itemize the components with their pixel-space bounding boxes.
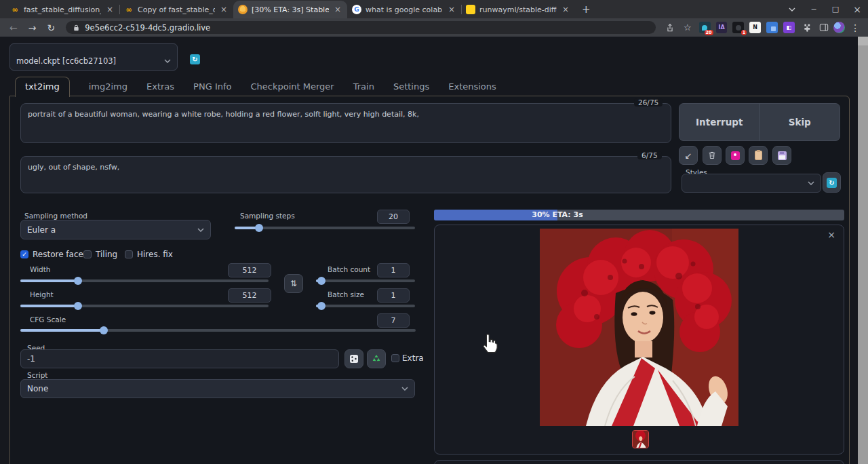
sampling-method-dropdown[interactable]: Euler a (20, 220, 211, 239)
address-bar[interactable]: 9e5e6cc2-c519-4dc5.gradio.live (66, 21, 656, 34)
prompt-input[interactable]: portrait of a beautiful woman, wearing a… (20, 103, 671, 143)
refresh-icon: ↻ (827, 178, 837, 188)
photos-extension-icon[interactable] (766, 22, 778, 33)
browser-tab-google[interactable]: G what is google colab - Google × (347, 1, 461, 18)
new-tab-button[interactable]: + (582, 3, 591, 16)
save-style-button[interactable] (772, 146, 791, 165)
pin-extension-icon[interactable]: 20 (699, 22, 711, 33)
batch-size-value[interactable]: 1 (377, 288, 410, 303)
tab-img2img[interactable]: img2img (89, 81, 127, 96)
paste-arrow-icon: ↙ (685, 151, 692, 161)
reload-icon[interactable]: ↻ (43, 22, 60, 33)
tiling-checkbox[interactable] (83, 250, 92, 258)
clipboard-icon (755, 151, 762, 160)
slider-thumb[interactable] (317, 302, 326, 310)
batch-size-label: Batch size (328, 290, 364, 298)
restore-faces-checkbox[interactable]: ✓ (20, 250, 28, 258)
slider-thumb[interactable] (74, 277, 82, 285)
seed-input[interactable]: -1 (20, 349, 339, 368)
tab-checkpoint-merger[interactable]: Checkpoint Merger (250, 81, 334, 96)
browser-tab-stable-diffusion[interactable]: [30% ETA: 3s] Stable Diffusion × (233, 1, 347, 18)
height-slider[interactable] (20, 305, 269, 307)
cfg-scale-value[interactable]: 7 (377, 313, 410, 328)
minimize-button[interactable]: ─ (803, 0, 825, 18)
apply-style-button[interactable] (749, 146, 768, 165)
gallery-thumbnail[interactable] (632, 430, 649, 448)
tab-extras[interactable]: Extras (146, 81, 174, 96)
more-menu-icon[interactable]: ⋮ (848, 22, 863, 33)
width-value[interactable]: 512 (228, 263, 271, 277)
hires-fix-checkbox[interactable] (125, 250, 133, 258)
reuse-seed-button[interactable] (367, 349, 386, 368)
styles-dropdown[interactable] (682, 174, 821, 193)
batch-size-slider[interactable] (316, 305, 415, 307)
dice-icon (349, 354, 359, 364)
checkpoint-dropdown[interactable]: model.ckpt [cc6cb27103] (9, 43, 178, 71)
tab-close-icon[interactable]: × (561, 5, 570, 14)
interrupt-button[interactable]: Interrupt (679, 117, 760, 128)
tab-close-icon[interactable]: × (333, 5, 342, 14)
notion-extension-icon[interactable]: N (749, 22, 761, 33)
cfg-scale-slider[interactable] (20, 329, 416, 332)
office-extension-icon[interactable]: ◧ (783, 22, 795, 33)
sampling-steps-value[interactable]: 20 (377, 210, 410, 224)
bookmark-star-icon[interactable]: ☆ (680, 22, 695, 33)
gallery-close-icon[interactable]: × (827, 229, 835, 240)
tab-train[interactable]: Train (353, 81, 374, 96)
browser-tab-huggingface[interactable]: runwayml/stable-diffusion-v1 × (461, 1, 575, 18)
skip-button[interactable]: Skip (760, 117, 840, 128)
sampling-steps-slider[interactable] (235, 227, 415, 229)
profile-avatar[interactable] (833, 22, 845, 33)
window-controls: ─ □ × (781, 0, 868, 18)
width-slider[interactable] (20, 279, 269, 282)
paste-params-button[interactable]: ↙ (679, 146, 698, 165)
sidepanel-icon[interactable] (816, 23, 831, 32)
back-icon[interactable]: ← (5, 22, 22, 33)
slider-thumb[interactable] (100, 326, 108, 334)
slider-thumb[interactable] (317, 277, 326, 285)
mail-extension-icon[interactable]: 1 (732, 22, 744, 33)
page-scrollbar[interactable] (858, 37, 868, 464)
extra-seed-checkbox[interactable] (391, 354, 399, 362)
maximize-button[interactable]: □ (825, 0, 846, 18)
tab-settings[interactable]: Settings (393, 81, 429, 96)
checkpoint-refresh-button[interactable]: ↻ (190, 54, 200, 64)
ia-extension-icon[interactable]: IA (716, 22, 728, 33)
swap-icon: ⇅ (290, 279, 297, 288)
height-value[interactable]: 512 (228, 288, 271, 303)
app-nav-tabs: txt2img img2img Extras PNG Info Checkpoi… (15, 77, 496, 96)
browser-tab-colab-1[interactable]: ∞ fast_stable_diffusion_AUTOMA × (5, 1, 119, 18)
script-value: None (27, 384, 48, 393)
close-button[interactable]: × (846, 0, 868, 18)
random-seed-button[interactable] (344, 349, 363, 368)
slider-thumb[interactable] (74, 302, 82, 310)
batch-count-value[interactable]: 1 (377, 263, 410, 277)
clear-prompt-button[interactable] (703, 146, 722, 165)
prompt-token-counter: 26/75 (634, 98, 663, 107)
tab-png-info[interactable]: PNG Info (193, 81, 231, 96)
slider-thumb[interactable] (255, 224, 263, 232)
tab-close-icon[interactable]: × (447, 5, 456, 14)
script-label: Script (27, 371, 47, 379)
tab-txt2img[interactable]: txt2img (15, 77, 70, 97)
extra-networks-button[interactable] (726, 146, 745, 165)
tiling-label: Tiling (96, 250, 117, 259)
scrollbar-up-button[interactable] (858, 37, 868, 45)
browser-tab-colab-2[interactable]: ∞ Copy of fast_stable_diffusion_ × (119, 1, 233, 18)
tab-close-icon[interactable]: × (105, 5, 115, 14)
check-icon: ✓ (22, 251, 27, 258)
styles-refresh-button[interactable]: ↻ (823, 172, 841, 193)
tab-extensions[interactable]: Extensions (448, 81, 496, 96)
lock-icon (73, 24, 80, 32)
forward-icon[interactable]: → (24, 22, 41, 33)
batch-count-slider[interactable] (316, 279, 415, 282)
extensions-puzzle-icon[interactable] (799, 23, 814, 33)
tab-title: [30% ETA: 3s] Stable Diffusion (252, 5, 329, 14)
script-dropdown[interactable]: None (20, 379, 415, 398)
tab-search-caret-icon[interactable] (781, 0, 803, 18)
generated-image[interactable] (540, 229, 738, 426)
negative-prompt-input[interactable]: ugly, out of shape, nsfw, (20, 156, 671, 193)
tab-close-icon[interactable]: × (219, 5, 229, 14)
share-icon[interactable] (663, 23, 677, 33)
swap-dimensions-button[interactable]: ⇅ (284, 274, 303, 293)
